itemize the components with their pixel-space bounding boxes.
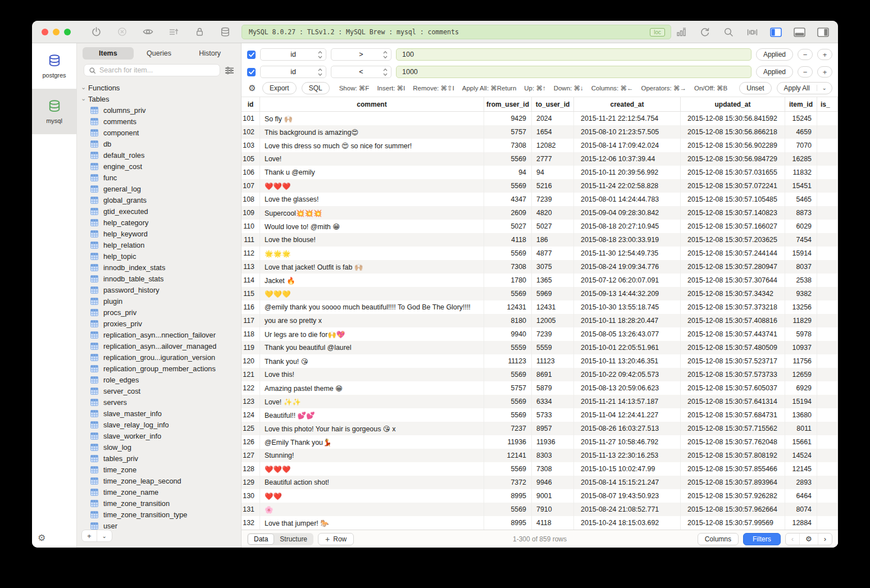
cell-is_[interactable] [817,166,838,179]
cell-updated_at[interactable]: 2015-12-08 15:30:57.408816 [681,314,785,327]
column-header-from_user_id[interactable]: from_user_id [484,97,532,111]
cell-id[interactable]: 112 [242,247,260,260]
connection-postgres[interactable]: postgres [32,43,76,89]
cell-from_user_id[interactable]: 5569 [484,462,532,476]
cell-id[interactable]: 125 [242,422,260,435]
cell-is_[interactable] [817,247,838,260]
sidebar-table-item[interactable]: replication_asyn...ailover_managed [77,340,241,352]
sidebar-table-item[interactable]: db [77,138,241,149]
cell-to_user_id[interactable]: 2777 [532,152,574,166]
cell-created_at[interactable]: 2015-10-24 18:15:03.692 [574,516,681,530]
cell-created_at[interactable]: 2015-11-27 10:58:46.792 [574,435,681,449]
cell-id[interactable]: 131 [242,503,260,516]
table-row[interactable]: 106Thank u @emily94942015-10-11 20:39:56… [242,166,838,179]
sidebar-table-item[interactable]: time_zone_leap_second [77,475,241,486]
cell-to_user_id[interactable]: 5969 [532,287,574,300]
table-row[interactable]: 132Love that jumper! 🐎899541182015-10-24… [242,516,838,530]
cell-comment[interactable]: Love that jacket! Outfit is fab 🙌🏼 [260,260,484,274]
table-row[interactable]: 102This background is amazing😍5757165420… [242,125,838,139]
cell-item_id[interactable]: 15914 [785,247,817,260]
cell-id[interactable]: 103 [242,139,260,152]
filter-operator-select[interactable]: < [331,66,391,78]
cell-comment[interactable]: Amazing pastel theme 😁 [260,381,484,395]
cell-from_user_id[interactable]: 5569 [484,287,532,300]
cell-from_user_id[interactable]: 2609 [484,206,532,220]
cell-is_[interactable] [817,395,838,408]
cell-created_at[interactable]: 2015-08-26 16:03:27.513 [574,422,681,435]
cell-id[interactable]: 130 [242,489,260,503]
cell-updated_at[interactable]: 2015-12-08 15:30:57.34342 [681,287,785,300]
sidebar-table-item[interactable]: slave_worker_info [77,430,241,441]
cell-item_id[interactable]: 11832 [785,166,817,179]
cell-from_user_id[interactable]: 5569 [484,408,532,422]
cell-from_user_id[interactable]: 11123 [484,354,532,368]
cell-comment[interactable]: Love that jumper! 🐎 [260,516,484,530]
cell-created_at[interactable]: 2015-11-30 12:54:49.735 [574,247,681,260]
column-header-comment[interactable]: comment [260,97,484,111]
cell-comment[interactable]: Jacket 🔥 [260,274,484,287]
cell-from_user_id[interactable]: 4118 [484,233,532,247]
cell-to_user_id[interactable]: 1654 [532,125,574,139]
cell-item_id[interactable]: 8011 [785,422,817,435]
cell-item_id[interactable]: 8037 [785,260,817,274]
table-row[interactable]: 105Love!556927772015-12-06 10:37:39.4420… [242,152,838,166]
table-row[interactable]: 109Supercool💥💥💥260948202015-09-04 09:28:… [242,206,838,220]
cell-comment[interactable]: Thank u @emily [260,166,484,179]
cell-updated_at[interactable]: 2015-12-08 15:30:57.244144 [681,247,785,260]
cell-created_at[interactable]: 2015-08-07 19:43:50.923 [574,489,681,503]
cell-updated_at[interactable]: 2015-12-08 15:30:57.893964 [681,476,785,489]
filter-value-input[interactable]: 1000 [396,66,751,78]
cell-created_at[interactable]: 2015-10-01 22:05:51.961 [574,341,681,354]
filters-button[interactable]: Filters [743,533,781,545]
sidebar-table-item[interactable]: plugin [77,295,241,307]
cell-is_[interactable] [817,152,838,166]
cell-item_id[interactable]: 13256 [785,300,817,314]
sidebar-table-item[interactable]: procs_priv [77,307,241,318]
cell-updated_at[interactable]: 2015-12-08 15:30:57.480509 [681,341,785,354]
toggle-bottom-panel-icon[interactable] [793,26,805,38]
cell-to_user_id[interactable]: 8691 [532,368,574,381]
cell-is_[interactable] [817,300,838,314]
cell-from_user_id[interactable]: 5569 [484,152,532,166]
cell-comment[interactable]: Love! [260,152,484,166]
settings-gear-icon[interactable]: ⚙ [38,532,76,543]
cell-from_user_id[interactable]: 9940 [484,327,532,341]
page-settings-gear-icon[interactable]: ⚙ [799,534,818,545]
cell-created_at[interactable]: 2015-11-04 12:24:41.227 [574,408,681,422]
sidebar-table-item[interactable]: innodb_table_stats [77,273,241,284]
sidebar-table-item[interactable]: gtid_executed [77,206,241,217]
cell-is_[interactable] [817,112,838,125]
cell-from_user_id[interactable]: 5569 [484,368,532,381]
cell-id[interactable]: 118 [242,327,260,341]
cell-to_user_id[interactable]: 5027 [532,220,574,233]
next-page-button[interactable]: › [818,534,832,545]
filter-sliders-icon[interactable] [225,66,234,75]
cell-comment[interactable]: Supercool💥💥💥 [260,206,484,220]
table-row[interactable]: 130❤️❤️899590012015-08-07 19:43:50.92320… [242,489,838,503]
sidebar-table-item[interactable]: global_grants [77,194,241,206]
cell-comment[interactable]: Thank you beautiful @laurel [260,341,484,354]
cell-item_id[interactable]: 8074 [785,503,817,516]
cell-comment[interactable]: 🌸 [260,503,484,516]
cell-comment[interactable]: ❤️❤️❤️ [260,462,484,476]
cell-id[interactable]: 106 [242,166,260,179]
cell-is_[interactable] [817,503,838,516]
cell-updated_at[interactable]: 2015-12-08 15:30:57.280947 [681,260,785,274]
cell-comment[interactable]: Love! ✨✨ [260,395,484,408]
cell-comment[interactable]: @Emily Thank you💃 [260,435,484,449]
cell-id[interactable]: 128 [242,462,260,476]
cell-to_user_id[interactable]: 5879 [532,381,574,395]
tab-history[interactable]: History [184,47,235,60]
cell-item_id[interactable]: 14524 [785,449,817,462]
cell-item_id[interactable]: 15245 [785,112,817,125]
tree-group-functions[interactable]: ⌄ Functions [77,82,241,93]
sidebar-table-item[interactable]: slow_log [77,441,241,453]
table-row[interactable]: 121Love this!556986912015-10-22 09:42:05… [242,368,838,381]
filter-applied-button[interactable]: Applied [756,66,793,78]
cell-updated_at[interactable]: 2015-12-08 15:30:57.031655 [681,166,785,179]
cell-comment[interactable]: Beautiful action shot! [260,476,484,489]
table-settings-gear-icon[interactable]: ⚙ [247,83,257,93]
cell-comment[interactable]: 💛💛💛 [260,287,484,300]
zoom-window-button[interactable] [64,29,71,35]
cell-created_at[interactable]: 2015-09-04 09:28:30.842 [574,206,681,220]
